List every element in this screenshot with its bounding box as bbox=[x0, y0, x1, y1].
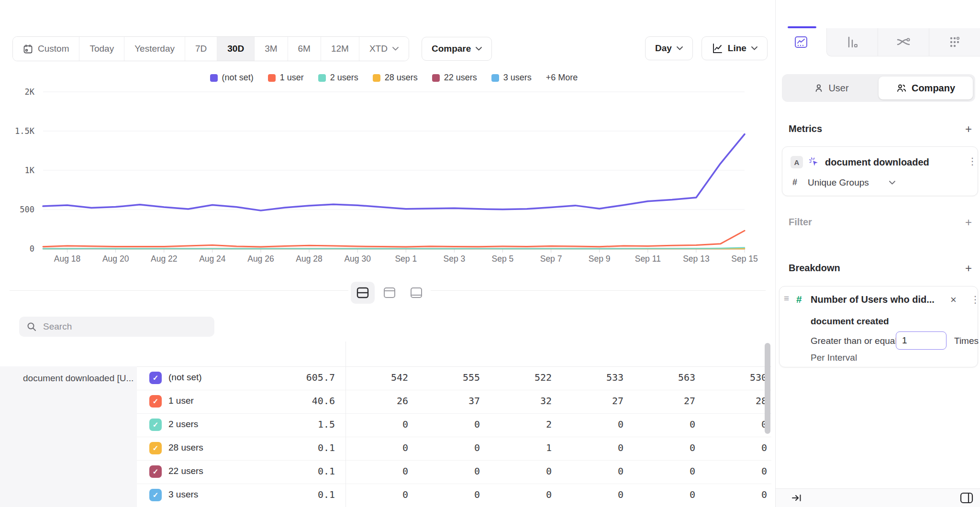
close-icon[interactable]: × bbox=[950, 294, 957, 306]
series-checkbox[interactable]: ✓ bbox=[149, 465, 162, 478]
collapse-panel-icon[interactable] bbox=[791, 493, 802, 503]
flow-chart-icon bbox=[896, 35, 911, 49]
date-range-label: 12M bbox=[331, 44, 349, 54]
series-label: 1 user bbox=[168, 396, 194, 406]
x-axis-tick: Aug 20 bbox=[102, 254, 129, 264]
chevron-down-icon bbox=[889, 181, 895, 185]
series-checkbox[interactable]: ✓ bbox=[149, 419, 162, 431]
series-label: 3 users bbox=[168, 489, 198, 500]
cell-value: 32 bbox=[505, 395, 577, 407]
breakdown-condition[interactable]: Greater than or equal to bbox=[811, 336, 907, 346]
cell-value: 0 bbox=[577, 465, 648, 477]
layout-toggle bbox=[348, 279, 431, 306]
y-axis-tick: 1K bbox=[25, 165, 35, 175]
series-line-2-users bbox=[43, 248, 745, 249]
times-label: Times bbox=[954, 336, 979, 346]
chevron-down-icon bbox=[392, 47, 399, 51]
chart-type-tab-bar-chart[interactable] bbox=[826, 28, 878, 56]
compare-button[interactable]: Compare bbox=[422, 37, 492, 61]
metric-aggregation[interactable]: Unique Groups bbox=[808, 177, 869, 188]
add-metric-button[interactable]: + bbox=[963, 122, 974, 136]
chart-display-controls: Day Line bbox=[645, 36, 768, 60]
scope-option-company[interactable]: Company bbox=[879, 77, 973, 99]
date-range-7d[interactable]: 7D bbox=[185, 37, 217, 61]
metrics-heading: Metrics bbox=[789, 123, 822, 134]
date-range-label: Yesterday bbox=[134, 44, 175, 54]
date-range-30d[interactable]: 30D bbox=[217, 37, 254, 61]
date-range-custom[interactable]: Custom bbox=[13, 37, 79, 61]
grid-chart-icon bbox=[947, 35, 962, 49]
event-list-item[interactable]: document downloaded [U... bbox=[0, 366, 137, 384]
series-label: 22 users bbox=[168, 466, 203, 476]
series-checkbox[interactable]: ✓ bbox=[149, 442, 162, 454]
hash-icon: # bbox=[796, 294, 802, 305]
x-axis-tick: Sep 5 bbox=[492, 254, 514, 264]
metric-card[interactable] bbox=[782, 146, 978, 196]
y-axis-tick: 1.5K bbox=[15, 126, 35, 136]
analytics-app: CustomTodayYesterday7D30D3M6M12MXTD Comp… bbox=[0, 0, 980, 507]
kebab-menu-icon[interactable]: ⋮ bbox=[970, 295, 980, 304]
date-range-6m[interactable]: 6M bbox=[288, 37, 321, 61]
date-range-3m[interactable]: 3M bbox=[254, 37, 287, 61]
chart-type-dropdown[interactable]: Line bbox=[702, 36, 768, 60]
series-line-1-user bbox=[43, 231, 745, 247]
metric-name: document downloaded bbox=[825, 157, 929, 168]
search-input[interactable] bbox=[42, 321, 207, 332]
layout-table-only-button[interactable] bbox=[404, 282, 428, 304]
date-range-label: 3M bbox=[265, 44, 277, 54]
series-checkbox[interactable]: ✓ bbox=[149, 395, 162, 408]
x-axis-tick: Sep 3 bbox=[444, 254, 466, 264]
table-header: Event 1 − Number of Use... 24 Average Au… bbox=[0, 342, 771, 367]
date-range-yesterday[interactable]: Yesterday bbox=[124, 37, 185, 61]
breakdown-event[interactable]: document created bbox=[811, 316, 889, 327]
cell-value: 0 bbox=[433, 419, 505, 430]
compare-label: Compare bbox=[432, 44, 471, 54]
x-axis-tick: Aug 30 bbox=[344, 254, 371, 264]
series-label: 28 users bbox=[168, 442, 203, 453]
side-panel-toggle-icon[interactable] bbox=[960, 492, 973, 504]
cell-value: 0 bbox=[433, 442, 505, 453]
series-checkbox[interactable]: ✓ bbox=[149, 489, 162, 501]
cell-value: 0 bbox=[361, 465, 433, 477]
series-label: (not set) bbox=[168, 372, 202, 383]
cell-value: 563 bbox=[648, 372, 720, 383]
chart-type-tab-line-chart[interactable] bbox=[776, 28, 826, 56]
series-line--not-set- bbox=[43, 134, 745, 211]
vertical-scrollbar[interactable] bbox=[765, 343, 770, 434]
times-input[interactable] bbox=[896, 331, 947, 350]
per-interval-label: Per Interval bbox=[811, 353, 857, 363]
event-list-panel: document downloaded [U... bbox=[0, 366, 137, 507]
layout-chart-only-button[interactable] bbox=[378, 282, 401, 304]
y-axis-tick: 0 bbox=[30, 244, 34, 254]
cell-value: 0 bbox=[648, 419, 720, 430]
cell-value: 542 bbox=[361, 372, 433, 383]
drag-handle-icon[interactable]: ≡ bbox=[784, 293, 789, 304]
x-axis-tick: Sep 11 bbox=[635, 254, 661, 264]
scope-option-user[interactable]: User bbox=[784, 77, 879, 99]
cell-value: 0 bbox=[577, 489, 648, 500]
add-filter-button[interactable]: + bbox=[963, 216, 974, 229]
date-range-label: 6M bbox=[298, 44, 311, 54]
cell-value: 0 bbox=[648, 442, 720, 453]
kebab-menu-icon[interactable]: ⋮ bbox=[968, 156, 977, 166]
series-checkbox[interactable]: ✓ bbox=[149, 372, 162, 384]
date-range-12m[interactable]: 12M bbox=[321, 37, 359, 61]
cell-value: 0 bbox=[505, 465, 577, 477]
series-label: 2 users bbox=[168, 419, 198, 430]
line-chart[interactable]: 05001K1.5K2KAug 18Aug 20Aug 22Aug 24Aug … bbox=[0, 62, 775, 268]
date-range-control: CustomTodayYesterday7D30D3M6M12MXTD bbox=[12, 36, 409, 61]
interval-dropdown[interactable]: Day bbox=[645, 36, 693, 60]
date-range-label: XTD bbox=[369, 44, 388, 54]
scope-option-label: User bbox=[828, 83, 848, 94]
divider bbox=[345, 342, 346, 507]
chart-type-tab-grid-chart[interactable] bbox=[929, 28, 980, 56]
line-chart-icon bbox=[712, 43, 723, 54]
layout-split-button[interactable] bbox=[351, 282, 375, 304]
cell-value: 533 bbox=[577, 372, 648, 383]
date-range-xtd[interactable]: XTD bbox=[359, 37, 409, 61]
add-breakdown-button[interactable]: + bbox=[963, 262, 974, 275]
chart-type-tab-flow-chart[interactable] bbox=[878, 28, 929, 56]
date-range-today[interactable]: Today bbox=[79, 37, 124, 61]
bar-chart-icon bbox=[845, 35, 859, 49]
date-range-label: Today bbox=[89, 44, 114, 54]
